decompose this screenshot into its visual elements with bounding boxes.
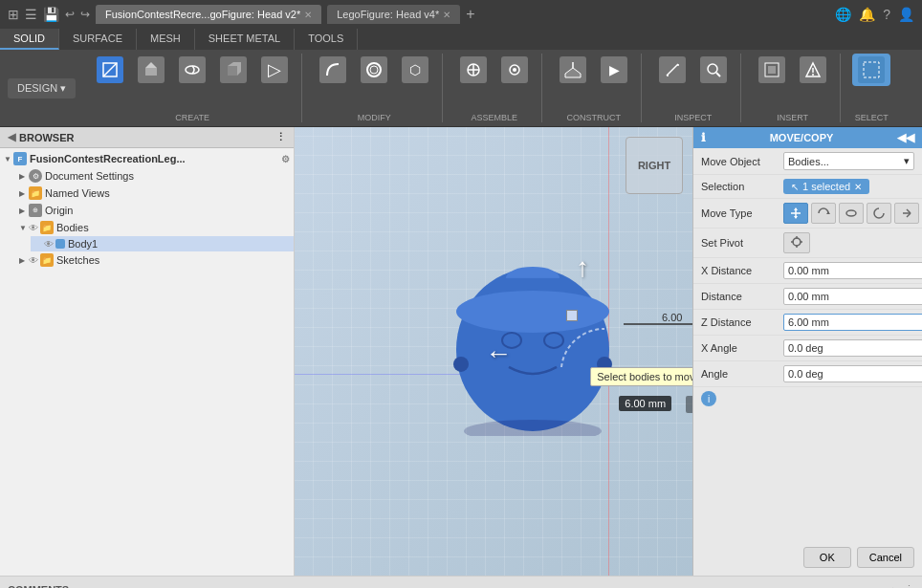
tab-fusion-close[interactable]: ✕ xyxy=(304,10,312,20)
eye-icon-sketches[interactable]: 👁 xyxy=(29,255,38,266)
svg-marker-43 xyxy=(794,207,798,210)
dimension-input[interactable]: 6.00 mm xyxy=(619,396,671,411)
tab-fusion[interactable]: FusionContestRecre...goFigure: Head v2* … xyxy=(96,5,321,24)
select-label: SELECT xyxy=(855,111,889,122)
comments-expand-icon[interactable]: ▲ xyxy=(888,584,898,589)
tab-solid[interactable]: SOLID xyxy=(0,29,59,50)
tree-item-doc-settings[interactable]: ▶ ⚙ Document Settings xyxy=(15,167,294,185)
tab-lego-close[interactable]: ✕ xyxy=(443,10,450,20)
move-object-dropdown[interactable]: Bodies... ▾ xyxy=(783,152,914,170)
tree-item-named-views[interactable]: ▶ 📁 Named Views xyxy=(15,185,294,202)
view-cube[interactable]: RIGHT xyxy=(626,137,683,194)
tree-arrow-doc-settings: ▶ xyxy=(19,172,29,181)
tree-item-root[interactable]: ▼ F FusionContestRecreationLeg... ⚙ xyxy=(0,150,294,167)
eye-icon-body1[interactable]: 👁 xyxy=(44,239,54,250)
svg-line-21 xyxy=(716,73,720,76)
tree-settings-root[interactable]: ⚙ xyxy=(281,154,290,164)
new-tab-icon[interactable]: + xyxy=(466,6,474,23)
save-icon[interactable]: 💾 xyxy=(43,7,59,22)
tab-mesh[interactable]: MESH xyxy=(137,29,195,50)
modify-more-btn[interactable]: ⬡ xyxy=(396,54,434,86)
move-type-free[interactable] xyxy=(894,203,919,224)
cancel-button[interactable]: Cancel xyxy=(857,547,914,568)
y-distance-input[interactable] xyxy=(783,288,922,305)
browser-title: BROWSER xyxy=(19,132,74,143)
insert-more-btn[interactable] xyxy=(794,54,832,86)
browser-menu-icon[interactable]: ⋮ xyxy=(275,131,286,143)
create-box-btn[interactable] xyxy=(214,54,252,86)
svg-point-35 xyxy=(453,357,469,372)
svg-marker-14 xyxy=(565,68,581,77)
move-type-buttons xyxy=(783,203,919,224)
assemble-more-btn[interactable] xyxy=(495,54,534,86)
create-revolve-btn[interactable] xyxy=(173,54,211,86)
move-type-rotate-z[interactable] xyxy=(867,203,891,224)
assemble-joint-btn[interactable] xyxy=(454,54,493,86)
comments-menu-icon[interactable]: ⋮ xyxy=(904,583,914,588)
ribbon-group-insert: INSERT xyxy=(745,54,841,122)
move-panel-header: ℹ MOVE/COPY ◀◀ xyxy=(693,127,922,148)
z-distance-input[interactable] xyxy=(783,314,922,331)
x-angle-row: X Angle xyxy=(693,336,922,361)
ribbon-content: DESIGN ▾ xyxy=(0,50,922,126)
select-btn[interactable] xyxy=(852,54,890,86)
inspect-measure-btn[interactable] xyxy=(653,54,692,86)
x-angle-input[interactable] xyxy=(783,339,922,357)
eye-icon-bodies[interactable]: 👁 xyxy=(29,223,38,233)
create-sketch-icon xyxy=(97,56,123,83)
inspect-measure-icon xyxy=(659,56,686,83)
redo-icon[interactable]: ↪ xyxy=(80,8,90,21)
tree-item-sketches[interactable]: ▶ 👁 📁 Sketches xyxy=(15,251,294,269)
undo-icon[interactable]: ↩ xyxy=(65,8,75,21)
move-type-translate[interactable] xyxy=(783,203,808,224)
move-type-label: Move Type xyxy=(701,207,778,219)
selection-clear-btn[interactable]: ✕ xyxy=(854,182,862,192)
construct-more-btn[interactable]: ▶ xyxy=(595,54,633,86)
tree-icon-body1 xyxy=(55,239,65,249)
create-extrude-btn[interactable] xyxy=(132,54,170,86)
modify-label: MODIFY xyxy=(358,111,391,122)
comments-label: COMMENTS xyxy=(8,584,69,589)
construct-more-icon: ▶ xyxy=(601,56,627,83)
ribbon-group-select: SELECT xyxy=(845,54,898,122)
create-more-icon: ▷ xyxy=(261,56,288,83)
set-pivot-button[interactable] xyxy=(783,232,810,253)
tab-fusion-label: FusionContestRecre...goFigure: Head v2* xyxy=(105,9,300,20)
tab-surface[interactable]: SURFACE xyxy=(59,29,137,50)
move-object-row: Move Object Bodies... ▾ xyxy=(693,148,922,175)
construct-plane-btn[interactable] xyxy=(554,54,592,86)
modify-fillet-btn[interactable] xyxy=(314,54,352,86)
move-type-rotate-y[interactable] xyxy=(839,203,864,224)
panel-collapse-icon[interactable]: ◀◀ xyxy=(897,131,914,144)
y-angle-input[interactable] xyxy=(783,365,922,382)
x-distance-input[interactable] xyxy=(783,262,922,279)
design-label: DESIGN xyxy=(17,82,57,94)
modify-fillet-icon xyxy=(319,56,346,83)
create-sketch-btn[interactable] xyxy=(91,54,129,86)
svg-line-1 xyxy=(103,63,117,76)
construct-plane-icon xyxy=(560,56,586,83)
tab-sheet-metal[interactable]: SHEET METAL xyxy=(195,29,295,50)
info-icon: i xyxy=(701,391,716,406)
tab-tools[interactable]: TOOLS xyxy=(295,29,358,50)
tab-lego[interactable]: LegoFigure: Head v4* ✕ xyxy=(327,5,460,24)
tree-item-origin[interactable]: ▶ ⊕ Origin xyxy=(15,202,294,219)
svg-rect-27 xyxy=(864,62,879,77)
insert-canvas-btn[interactable] xyxy=(753,54,791,86)
create-more-btn[interactable]: ▷ xyxy=(255,54,294,86)
move-copy-panel: ℹ MOVE/COPY ◀◀ Move Object Bodies... ▾ S… xyxy=(692,127,922,576)
tree-item-bodies[interactable]: ▼ 👁 📁 Bodies xyxy=(15,219,294,236)
design-button[interactable]: DESIGN ▾ xyxy=(8,78,76,98)
move-type-rotate-x[interactable] xyxy=(811,203,836,224)
browser-collapse-icon[interactable]: ◀ xyxy=(8,131,15,143)
inspect-more-btn[interactable] xyxy=(694,54,733,86)
tree-label-named-views: Named Views xyxy=(45,187,110,199)
inspect-label: INSPECT xyxy=(674,111,712,122)
modify-shell-btn[interactable] xyxy=(355,54,393,86)
insert-canvas-icon xyxy=(758,56,785,83)
tree-item-body1[interactable]: ▶ 👁 Body1 xyxy=(31,236,294,251)
move-panel-title: MOVE/COPY xyxy=(770,132,834,143)
viewport[interactable]: ↑ ← 6.00 Select bodies to xyxy=(295,127,922,576)
ok-button[interactable]: OK xyxy=(803,547,851,568)
y-angle-row: Angle xyxy=(693,361,922,387)
